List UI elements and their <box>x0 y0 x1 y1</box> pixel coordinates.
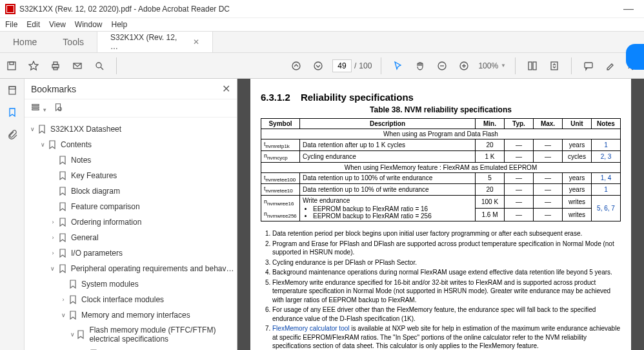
menu-bar: File Edit View Window Help <box>0 18 644 31</box>
bookmark-label: Feature comparison <box>71 202 140 211</box>
toolbar-separator <box>381 57 381 74</box>
bookmarks-options-icon[interactable]: ▼ <box>31 103 47 114</box>
pdf-icon <box>5 4 15 14</box>
bookmark-item[interactable]: Key Features <box>28 168 234 183</box>
search-icon[interactable] <box>92 58 107 74</box>
bookmark-label: Flash memory module (FTFC/FTFM) electric… <box>89 325 234 344</box>
bookmark-item[interactable]: ›I/O parameters <box>28 245 234 261</box>
fit-page-icon[interactable] <box>547 58 562 74</box>
bookmark-label: Notes <box>71 156 91 165</box>
svg-rect-1 <box>10 62 14 65</box>
tab-document[interactable]: S32K1XX (Rev. 12, … ✕ <box>97 32 213 52</box>
attachments-icon[interactable] <box>5 127 20 142</box>
save-icon[interactable] <box>4 58 19 74</box>
print-icon[interactable] <box>48 58 63 74</box>
tab-close-icon[interactable]: ✕ <box>193 37 199 46</box>
svg-point-8 <box>314 62 322 70</box>
bookmark-item[interactable]: Block diagram <box>28 183 234 199</box>
col-notes: Notes <box>592 119 621 129</box>
table-caption: Table 38. NVM reliability specifications <box>261 105 621 114</box>
col-symbol: Symbol <box>261 119 300 129</box>
footnote: Program and Erase for PFlash and DFlash … <box>272 240 621 257</box>
close-panel-icon[interactable]: ✕ <box>222 83 230 95</box>
bookmark-item[interactable]: ∨S32K1XX Datasheet <box>28 121 234 137</box>
bookmark-label: General <box>71 233 99 242</box>
bookmark-item[interactable]: ∨Peripheral operating requirements and b… <box>28 261 234 276</box>
zoom-level[interactable]: 100% ▼ <box>478 61 506 70</box>
find-bookmark-icon[interactable] <box>54 103 63 114</box>
svg-point-7 <box>292 62 300 70</box>
table-row: nnvmcycp Cycling endurance 1 K——cycles2,… <box>261 150 621 162</box>
bookmark-item[interactable]: Flash timing specifications — commands <box>28 346 234 350</box>
tab-tools-label: Tools <box>63 37 84 47</box>
svg-rect-17 <box>32 105 39 106</box>
menu-view[interactable]: View <box>49 20 66 29</box>
section-number: 6.3.1.2 <box>261 92 290 103</box>
highlight-icon[interactable] <box>603 58 618 74</box>
star-icon[interactable] <box>26 58 41 74</box>
bookmark-item[interactable]: ›Clock interface modules <box>28 292 234 307</box>
table-row: tnvmretp1k Data retention after up to 1 … <box>261 139 621 151</box>
table-row: tnvmretee10 Data retention up to 10% of … <box>261 184 621 196</box>
page-up-icon[interactable] <box>288 58 304 74</box>
comment-icon[interactable] <box>581 58 596 74</box>
bookmark-label: Memory and memory interfaces <box>81 311 190 320</box>
bookmark-item[interactable]: Feature comparison <box>28 199 234 214</box>
svg-rect-15 <box>9 87 15 94</box>
section-heading: 6.3.1.2 Reliability specifications <box>261 92 621 103</box>
mail-icon[interactable] <box>70 58 85 74</box>
footnote: Cycling endurance is per DFlash or PFlas… <box>272 258 621 267</box>
window-titlebar: S32K1XX (Rev. 12, 02 2020).pdf - Adobe A… <box>0 0 644 18</box>
toolbar: / 100 100% ▼ <box>0 53 644 79</box>
zoom-out-icon[interactable] <box>434 58 450 74</box>
fit-width-icon[interactable] <box>525 58 540 74</box>
table-row: nnvmwree16 Write endurance EEPROM backup… <box>261 196 621 209</box>
table-section-row: When using as Program and Data Flash <box>261 129 621 139</box>
hand-icon[interactable] <box>412 58 428 74</box>
selection-cursor-icon[interactable] <box>390 58 406 74</box>
bookmarks-tree[interactable]: ∨S32K1XX Datasheet ∨Contents Notes Key F… <box>25 118 237 350</box>
footnote: FlexMemory calculator tool is available … <box>272 324 621 350</box>
bookmark-item[interactable]: ›General <box>28 230 234 245</box>
menu-file[interactable]: File <box>5 20 17 29</box>
page-number-input[interactable] <box>332 59 352 72</box>
bookmark-item[interactable]: ∨Memory and memory interfaces <box>28 307 234 323</box>
workspace: Bookmarks ✕ ▼ ∨S32K1XX Datasheet ∨Conten… <box>0 79 644 350</box>
toolbar-separator <box>571 57 572 74</box>
bookmark-item[interactable]: System modules <box>28 276 234 292</box>
bookmark-item[interactable]: ∨Flash memory module (FTFC/FTFM) electri… <box>28 323 234 346</box>
menu-edit[interactable]: Edit <box>26 20 40 29</box>
bookmark-item[interactable]: Notes <box>28 152 234 168</box>
menu-help[interactable]: Help <box>112 20 128 29</box>
window-title: S32K1XX (Rev. 12, 02 2020).pdf - Adobe A… <box>19 5 230 14</box>
svg-rect-14 <box>585 63 592 68</box>
zoom-value: 100% <box>478 61 498 70</box>
bookmark-label: Peripheral operating requirements and be… <box>71 264 234 273</box>
bookmark-label: Ordering information <box>71 218 141 227</box>
section-title: Reliability specifications <box>301 92 414 103</box>
page-total: 100 <box>359 61 372 70</box>
footnote-link[interactable]: FlexMemory calculator tool <box>272 325 349 332</box>
tab-home[interactable]: Home <box>0 32 50 52</box>
table-footnotes: Data retention period per block begins u… <box>272 229 621 350</box>
svg-point-6 <box>96 63 101 68</box>
page-down-icon[interactable] <box>310 58 326 74</box>
document-view[interactable]: 6.3.1.2 Reliability specifications Table… <box>237 79 644 350</box>
tab-tools[interactable]: Tools <box>50 32 97 52</box>
bookmark-item[interactable]: ∨Contents <box>28 137 234 152</box>
menu-window[interactable]: Window <box>75 20 103 29</box>
window-minimize-button[interactable]: — <box>618 3 639 15</box>
zoom-in-icon[interactable] <box>456 58 472 74</box>
thumbnails-icon[interactable] <box>5 83 20 98</box>
bookmarks-toolbar: ▼ <box>25 99 237 118</box>
bookmarks-icon[interactable] <box>5 105 20 120</box>
table-section-row: When using FlexMemory feature : FlexRAM … <box>261 162 621 172</box>
bookmarks-title: Bookmarks <box>31 84 76 94</box>
bookmark-item[interactable]: ›Ordering information <box>28 214 234 230</box>
tools-pane-toggle[interactable] <box>626 44 644 70</box>
pdf-page: 6.3.1.2 Reliability specifications Table… <box>250 79 631 350</box>
svg-rect-18 <box>32 107 39 108</box>
svg-rect-3 <box>54 62 57 65</box>
footnote: Data retention period per block begins u… <box>272 229 621 238</box>
bookmarks-panel: Bookmarks ✕ ▼ ∨S32K1XX Datasheet ∨Conten… <box>25 79 237 350</box>
